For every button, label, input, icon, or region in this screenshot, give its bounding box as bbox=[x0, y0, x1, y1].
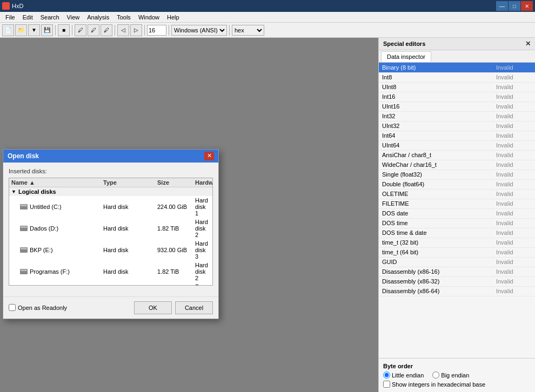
toolbar-btn-6[interactable]: ◁ bbox=[117, 24, 129, 36]
data-inspector-row[interactable]: DOS dateInvalid bbox=[379, 208, 535, 218]
disk-row-c[interactable]: Untitled (C:) Hard disk 224.00 GiB Hard … bbox=[9, 196, 212, 218]
toolbar: 📄 📁 ▼ 💾 ■ 🖊 🖊 🖊 ◁ ▷ Windows (ANSI) UTF-8… bbox=[0, 23, 535, 38]
data-inspector-row[interactable]: time_t (32 bit)Invalid bbox=[379, 238, 535, 247]
data-inspector-row[interactable]: UInt16Invalid bbox=[379, 102, 535, 111]
menu-view[interactable]: View bbox=[64, 13, 83, 21]
new-button[interactable]: 📄 bbox=[2, 24, 14, 36]
data-inspector-row[interactable]: Double (float64)Invalid bbox=[379, 179, 535, 189]
column-count-input[interactable] bbox=[147, 25, 166, 36]
menu-window[interactable]: Window bbox=[135, 13, 163, 21]
disk-row-g[interactable]: Untitled (G:) Removeable disk 969.00 MiB… bbox=[9, 282, 212, 286]
show-hex-label: Show integers in hexadecimal base bbox=[383, 381, 531, 388]
data-inspector-row[interactable]: UInt32Invalid bbox=[379, 121, 535, 131]
toolbar-btn-7[interactable]: ▷ bbox=[130, 24, 142, 36]
disk-list-header: Name ▲ Type Size Hardware bbox=[9, 178, 212, 187]
readonly-checkbox[interactable] bbox=[9, 304, 16, 311]
right-panel-header: Special editors ✕ bbox=[379, 38, 535, 50]
data-inspector-row[interactable]: WideChar / char16_tInvalid bbox=[379, 160, 535, 170]
toolbar-btn-3[interactable]: 🖊 bbox=[75, 24, 86, 36]
ok-button[interactable]: OK bbox=[134, 301, 172, 314]
data-inspector-row[interactable]: AnsiChar / char8_tInvalid bbox=[379, 150, 535, 160]
disk-row-f[interactable]: Programas (F:) Hard disk 1.82 TiB Hard d… bbox=[9, 261, 212, 282]
tab-bar: Data inspector bbox=[379, 50, 535, 63]
disk-icon-d bbox=[20, 226, 28, 231]
stop-button[interactable]: ■ bbox=[58, 24, 70, 36]
toolbar-btn-4[interactable]: 🖊 bbox=[88, 24, 99, 36]
group-logical-label: Logical disks bbox=[18, 188, 56, 195]
big-endian-radio[interactable] bbox=[432, 371, 439, 379]
close-button[interactable]: ✕ bbox=[521, 1, 533, 11]
close-panel-button[interactable]: ✕ bbox=[525, 40, 531, 48]
disk-row-d[interactable]: Dados (D:) Hard disk 1.82 TiB Hard disk … bbox=[9, 218, 212, 239]
dialog-buttons: OK Cancel bbox=[134, 301, 213, 314]
readonly-label: Open as Readonly bbox=[18, 305, 67, 311]
data-inspector-row[interactable]: Int8Invalid bbox=[379, 72, 535, 82]
menu-analysis[interactable]: Analysis bbox=[84, 13, 112, 21]
format-select[interactable]: hex decimal bbox=[232, 25, 264, 36]
show-hex-checkbox[interactable] bbox=[383, 381, 390, 388]
data-inspector-row[interactable]: Single (float32)Invalid bbox=[379, 170, 535, 179]
tab-data-inspector[interactable]: Data inspector bbox=[381, 51, 431, 62]
disk-list[interactable]: Name ▲ Type Size Hardware ▼ Logical disk… bbox=[9, 178, 213, 286]
data-inspector-row[interactable]: FILETIMEInvalid bbox=[379, 199, 535, 208]
toolbar-btn-5[interactable]: 🖊 bbox=[101, 24, 112, 36]
dialog-title-bar: Open disk ✕ bbox=[3, 150, 218, 163]
title-bar: HxD — □ ✕ bbox=[0, 0, 535, 12]
data-inspector-row[interactable]: Disassembly (x86-64)Invalid bbox=[379, 286, 535, 296]
data-inspector-row[interactable]: Binary (8 bit)Invalid bbox=[379, 63, 535, 72]
menu-tools[interactable]: Tools bbox=[113, 13, 134, 21]
data-inspector-row[interactable]: Int16Invalid bbox=[379, 92, 535, 102]
data-inspector-row[interactable]: Int64Invalid bbox=[379, 131, 535, 140]
data-inspector-row[interactable]: OLETIMEInvalid bbox=[379, 189, 535, 199]
menu-file[interactable]: File bbox=[2, 13, 18, 21]
data-inspector-row[interactable]: Int32Invalid bbox=[379, 111, 535, 121]
encoding-select[interactable]: Windows (ANSI) UTF-8 bbox=[171, 25, 227, 36]
data-inspector-row[interactable]: DOS time & dateInvalid bbox=[379, 228, 535, 238]
title-bar-left: HxD bbox=[2, 2, 23, 10]
disk-icon-c bbox=[20, 204, 28, 209]
app-icon bbox=[2, 2, 10, 10]
toolbar-separator-2 bbox=[72, 25, 72, 36]
right-panel: Special editors ✕ Data inspector Binary … bbox=[378, 38, 535, 392]
open-disk-dialog: Open disk ✕ Inserted disks: Name ▲ Type … bbox=[3, 149, 219, 319]
dialog-close-button[interactable]: ✕ bbox=[204, 152, 214, 160]
right-panel-title: Special editors bbox=[383, 40, 425, 47]
data-inspector-row[interactable]: Disassembly (x86-32)Invalid bbox=[379, 276, 535, 286]
little-endian-radio[interactable] bbox=[383, 371, 390, 379]
title-bar-controls[interactable]: — □ ✕ bbox=[496, 1, 533, 11]
open-dropdown[interactable]: ▼ bbox=[28, 24, 40, 36]
data-inspector-row[interactable]: GUIDInvalid bbox=[379, 257, 535, 267]
col-name: Name ▲ bbox=[11, 179, 103, 186]
data-inspector-row[interactable]: DOS timeInvalid bbox=[379, 218, 535, 228]
data-inspector-row[interactable]: UInt8Invalid bbox=[379, 82, 535, 92]
data-inspector-scroll[interactable]: Binary (8 bit)InvalidInt8InvalidUInt8Inv… bbox=[379, 63, 535, 330]
disk-icon-f bbox=[20, 269, 28, 274]
toolbar-separator-5 bbox=[169, 25, 169, 36]
toolbar-separator-1 bbox=[55, 25, 56, 36]
toolbar-separator-4 bbox=[144, 25, 145, 36]
disk-name-f: Programas (F:) bbox=[11, 268, 103, 275]
open-button[interactable]: 📁 bbox=[15, 24, 27, 36]
dialog-subtitle: Inserted disks: bbox=[9, 168, 213, 174]
dialog-body: Inserted disks: Name ▲ Type Size Hardwar… bbox=[3, 163, 218, 296]
menu-edit[interactable]: Edit bbox=[19, 13, 36, 21]
data-inspector-row[interactable]: UInt64Invalid bbox=[379, 140, 535, 150]
disk-row-e[interactable]: BKP (E:) Hard disk 932.00 GiB Hard disk … bbox=[9, 239, 212, 261]
sort-icon: ▲ bbox=[29, 179, 35, 186]
col-size: Size bbox=[157, 179, 195, 186]
cancel-button[interactable]: Cancel bbox=[175, 301, 213, 314]
show-hex-text: Show integers in hexadecimal base bbox=[392, 381, 485, 388]
data-inspector-row[interactable]: time_t (64 bit)Invalid bbox=[379, 247, 535, 257]
menu-help[interactable]: Help bbox=[164, 13, 183, 21]
group-logical-disks[interactable]: ▼ Logical disks bbox=[9, 187, 212, 196]
save-button[interactable]: 💾 bbox=[41, 24, 53, 36]
data-inspector-row[interactable]: Disassembly (x86-16)Invalid bbox=[379, 267, 535, 276]
maximize-button[interactable]: □ bbox=[509, 1, 520, 11]
minimize-button[interactable]: — bbox=[496, 1, 508, 11]
collapse-logical-icon[interactable]: ▼ bbox=[11, 189, 16, 194]
col-hardware: Hardware bbox=[195, 179, 213, 186]
dialog-overlay: Open disk ✕ Inserted disks: Name ▲ Type … bbox=[0, 76, 222, 392]
toolbar-separator-6 bbox=[229, 25, 230, 36]
main-area: Open disk ✕ Inserted disks: Name ▲ Type … bbox=[0, 38, 378, 392]
menu-search[interactable]: Search bbox=[37, 13, 63, 21]
